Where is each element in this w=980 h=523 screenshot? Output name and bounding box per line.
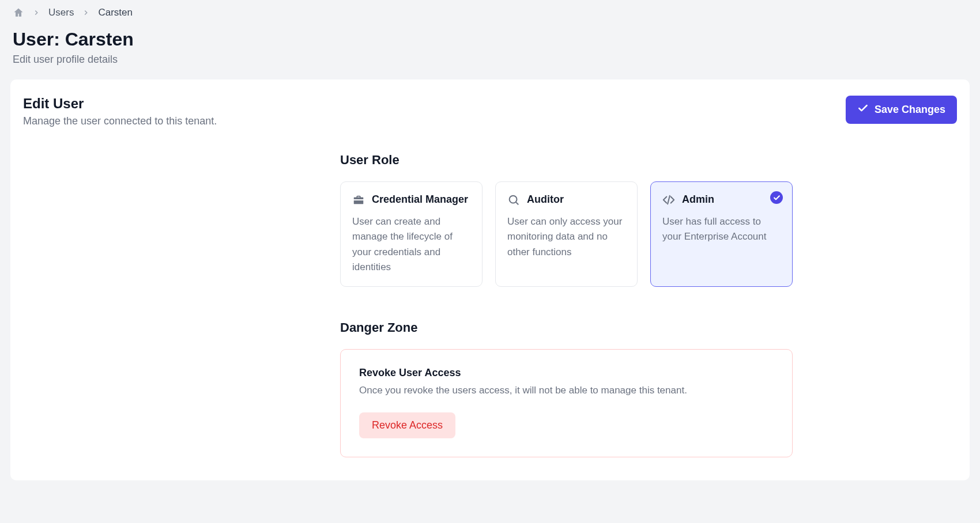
page-subtitle: Edit user profile details [13,54,967,66]
svg-line-1 [516,202,518,204]
page-title: User: Carsten [13,29,967,50]
briefcase-icon [352,194,365,209]
danger-zone-section-title: Danger Zone [340,320,793,335]
breadcrumb: Users Carsten [10,0,970,21]
user-role-section-title: User Role [340,153,793,168]
chevron-right-icon [82,9,90,17]
role-card-auditor[interactable]: Auditor User can only access your monito… [495,181,638,287]
svg-point-0 [510,196,517,203]
role-description: User can create and manage the lifecycle… [352,214,470,275]
role-title: Credential Manager [372,192,468,207]
code-icon [662,194,675,209]
danger-zone-box: Revoke User Access Once you revoke the u… [340,349,793,457]
chevron-right-icon [32,9,40,17]
svg-line-2 [668,196,670,204]
card-title: Edit User [23,96,217,112]
role-card-admin[interactable]: Admin User has full access to your Enter… [650,181,793,287]
breadcrumb-current: Carsten [98,7,133,18]
magnify-icon [507,194,520,209]
revoke-access-title: Revoke User Access [359,367,774,379]
role-title: Admin [682,192,714,207]
selected-check-icon [770,191,783,204]
save-button-label: Save Changes [875,104,945,116]
role-grid: Credential Manager User can create and m… [340,181,793,287]
edit-user-card: Edit User Manage the user connected to t… [10,79,970,480]
revoke-access-description: Once you revoke the users access, it wil… [359,385,774,396]
card-subtitle: Manage the user connected to this tenant… [23,115,217,127]
revoke-button-label: Revoke Access [372,419,443,431]
check-icon [857,103,869,117]
role-title: Auditor [527,192,564,207]
breadcrumb-link-users[interactable]: Users [48,7,74,18]
save-changes-button[interactable]: Save Changes [846,96,957,124]
page-header: User: Carsten Edit user profile details [10,21,970,79]
role-card-credential-manager[interactable]: Credential Manager User can create and m… [340,181,483,287]
revoke-access-button[interactable]: Revoke Access [359,412,455,438]
home-icon[interactable] [13,7,24,18]
role-description: User has full access to your Enterprise … [662,214,781,245]
role-description: User can only access your monitoring dat… [507,214,625,260]
